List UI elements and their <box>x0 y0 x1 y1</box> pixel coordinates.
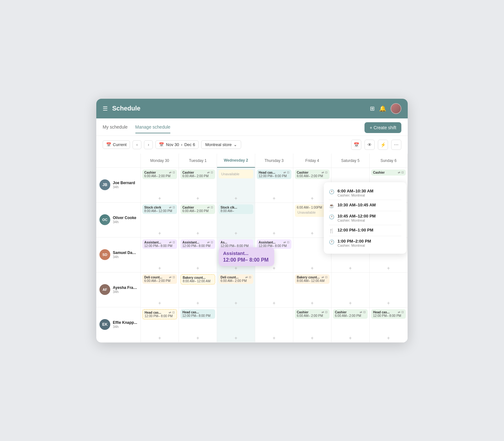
grid-icon[interactable]: ⊞ <box>370 105 375 112</box>
add-shift-button[interactable]: + <box>295 301 330 306</box>
shift-card[interactable]: Assistant...⇄ ⊡12:00 PM– 8:00 PM <box>142 239 177 249</box>
add-shift-button[interactable]: + <box>180 301 215 306</box>
day-cell[interactable]: + <box>255 273 293 307</box>
add-shift-button[interactable]: + <box>333 336 368 341</box>
shift-card[interactable]: Stock clerk⇄ ⊡8:00 AM– 12:00 PM <box>142 204 177 214</box>
shift-card[interactable]: Head cas...12:00 PM– 8:00 PM <box>180 309 215 319</box>
timeline-label: Cashier. Montreal <box>337 244 371 247</box>
day-cell[interactable]: + <box>331 273 370 307</box>
shift-card[interactable]: Cashier⇄ ⊡6:00 AM– 2:00 PM <box>142 170 177 179</box>
prev-week-button[interactable]: ‹ <box>133 140 141 149</box>
day-cell[interactable]: As...12:00 PM– 8:00 PMAssistant...12:00 … <box>217 238 255 272</box>
shift-action-icons: ⇄ ⊡ <box>207 206 213 209</box>
shift-title: Cashier <box>373 171 385 174</box>
more-button[interactable]: ⋯ <box>391 140 401 150</box>
day-cell[interactable]: Cashier⇄ ⊡6:00 AM– 2:00 PM+ <box>293 308 331 342</box>
add-shift-button[interactable]: + <box>219 196 253 201</box>
add-shift-button[interactable]: + <box>142 301 177 306</box>
add-shift-button[interactable]: + <box>219 301 253 306</box>
day-cell[interactable]: Assistant...⇄ ⊡12:00 PM– 8:00 PM+ <box>179 238 217 272</box>
day-cell[interactable]: Head cas...12:00 PM– 8:00 PM+ <box>179 308 217 342</box>
create-shift-button[interactable]: + Create shift <box>364 122 401 133</box>
shift-card[interactable]: Bakery count...⇄ ⊡8:00 AM– 12:00 AM <box>295 274 330 284</box>
add-shift-button[interactable]: + <box>257 266 291 271</box>
current-button[interactable]: 📅 Current <box>103 140 130 149</box>
shift-card[interactable]: Cashier⇄ ⊡6:00 AM– 2:00 PM <box>295 309 330 319</box>
eye-button[interactable]: 👁 <box>364 140 375 150</box>
day-cell[interactable]: Cashier⇄ ⊡6:00 AM– 2:00 PM+ <box>179 168 217 203</box>
shift-card[interactable]: Assistant...⇄ ⊡12:00 PM– 8:00 PM <box>180 239 215 249</box>
shift-card[interactable]: Deli count...⇄ ⊡6:00 AM– 2:00 PM <box>219 274 253 284</box>
menu-icon[interactable]: ☰ <box>103 105 108 112</box>
day-cell[interactable]: Bakery count...8:00 AM– 12:00 AM+ <box>179 273 217 307</box>
add-shift-button[interactable]: + <box>371 266 406 271</box>
day-cell[interactable]: + <box>255 308 293 342</box>
day-cell[interactable]: Unavailable+ <box>217 168 255 203</box>
day-cell[interactable]: Cashier⇄ ⊡6:00 AM– 2:00 PM+ <box>141 168 179 203</box>
shift-card[interactable]: Cashier⇄ ⊡6:00 AM– 2:00 PM <box>333 309 368 319</box>
store-selector[interactable]: Montreal store ⌄ <box>201 140 241 149</box>
date-range[interactable]: 📅 Nov 30 › Dec 6 <box>155 140 199 149</box>
add-shift-button[interactable]: + <box>142 196 177 201</box>
shift-card[interactable]: Cashier⇄ ⊡6:00 AM– 2:00 PM <box>180 204 215 214</box>
add-shift-button[interactable]: + <box>219 336 253 341</box>
day-cell[interactable]: Head cas...⇄ ⊡12:00 PM– 8:00 PM+ <box>370 308 408 342</box>
day-cell[interactable]: Bakery count...⇄ ⊡8:00 AM– 12:00 AM+ <box>293 273 331 307</box>
add-shift-button[interactable]: + <box>180 196 215 201</box>
add-shift-button[interactable]: + <box>142 266 177 271</box>
add-shift-button[interactable]: + <box>180 336 215 341</box>
shift-card[interactable]: Bakery count...8:00 AM– 12:00 AM <box>180 274 215 284</box>
add-shift-button[interactable]: + <box>180 231 215 236</box>
shift-card[interactable]: Cashier⇄ ⊡6:00 AM– 2:00 PM <box>180 170 215 179</box>
avatar[interactable] <box>391 103 401 114</box>
add-shift-button[interactable]: + <box>180 266 215 271</box>
day-cell[interactable]: Head cas...⇄ ⊡12:00 PM– 8:00 PM+ <box>141 308 179 342</box>
add-shift-button[interactable]: + <box>219 231 253 236</box>
day-cell[interactable]: Stock clerk⇄ ⊡8:00 AM– 12:00 PM+ <box>141 203 179 237</box>
add-shift-button[interactable]: + <box>333 266 368 271</box>
day-cell[interactable]: Cashier⇄ ⊡6:00 AM– 2:00 PM+ <box>331 308 370 342</box>
shift-card[interactable]: Head cas...⇄ ⊡12:00 PM– 8:00 PM <box>142 309 177 319</box>
add-shift-button[interactable]: + <box>295 266 330 271</box>
employee-info: Effie Knapp...34h <box>113 320 137 329</box>
add-shift-button[interactable]: + <box>257 196 291 201</box>
add-shift-button[interactable]: + <box>257 231 291 236</box>
calendar-view-button[interactable]: 📅 <box>351 140 361 150</box>
shift-card[interactable]: Head cas...⇄ ⊡12:00 PM– 8:00 PM <box>371 309 406 319</box>
add-shift-button[interactable]: + <box>295 336 330 341</box>
day-cell[interactable]: Head cas...⇄ ⊡12:00 PM– 8:00 PM+ <box>255 168 293 203</box>
header-right: ⊞ 🔔 <box>370 103 401 114</box>
filter-button[interactable]: ⚡ <box>378 140 388 150</box>
shift-time: 12:00 PM– 8:00 PM <box>145 314 175 318</box>
day-cell[interactable]: Stock clk...8:00 AM–+ <box>217 203 255 237</box>
add-shift-button[interactable]: + <box>142 336 177 341</box>
bell-icon[interactable]: 🔔 <box>379 105 386 112</box>
shift-card[interactable]: Cashier⇄ ⊡6:00 AM– 2:00 PM <box>295 170 330 179</box>
day-cell[interactable]: Deli count...⇄ ⊡6:00 AM– 2:00 PM+ <box>141 273 179 307</box>
day-cell[interactable]: + <box>370 273 408 307</box>
add-shift-button[interactable]: + <box>257 301 291 306</box>
shift-card[interactable]: Head cas...⇄ ⊡12:00 PM– 8:00 PM <box>257 170 291 179</box>
add-shift-button[interactable]: + <box>371 301 406 306</box>
header-left: ☰ Schedule <box>103 105 140 112</box>
shift-card[interactable]: Stock clk...8:00 AM– <box>219 204 253 214</box>
popup-shift-card[interactable]: Assistant...12:00 PM– 8:00 PM <box>219 247 274 266</box>
tab-manage-schedule[interactable]: Manage schedule <box>135 124 171 133</box>
add-shift-button[interactable]: + <box>142 231 177 236</box>
shift-title: Stock clk... <box>221 206 237 209</box>
day-header: Sunday 6 <box>370 154 408 168</box>
add-shift-button[interactable]: + <box>333 301 368 306</box>
day-cell[interactable]: Assistant...⇄ ⊡12:00 PM– 8:00 PM+ <box>141 238 179 272</box>
add-shift-button[interactable]: + <box>371 336 406 341</box>
day-cell[interactable]: Cashier⇄ ⊡6:00 AM– 2:00 PM+ <box>179 203 217 237</box>
shift-card[interactable]: Cashier⇄ ⊡ <box>371 170 406 176</box>
day-cell[interactable]: + <box>217 308 255 342</box>
tab-my-schedule[interactable]: My schedule <box>103 124 128 133</box>
add-shift-button[interactable]: + <box>257 336 291 341</box>
shift-card[interactable]: Unavailable <box>219 170 253 178</box>
next-week-button[interactable]: › <box>144 140 153 149</box>
add-shift-button[interactable]: + <box>219 266 253 271</box>
shift-card[interactable]: Deli count...⇄ ⊡6:00 AM– 2:00 PM <box>142 274 177 284</box>
day-cell[interactable]: + <box>255 203 293 237</box>
day-cell[interactable]: Deli count...⇄ ⊡6:00 AM– 2:00 PM+ <box>217 273 255 307</box>
